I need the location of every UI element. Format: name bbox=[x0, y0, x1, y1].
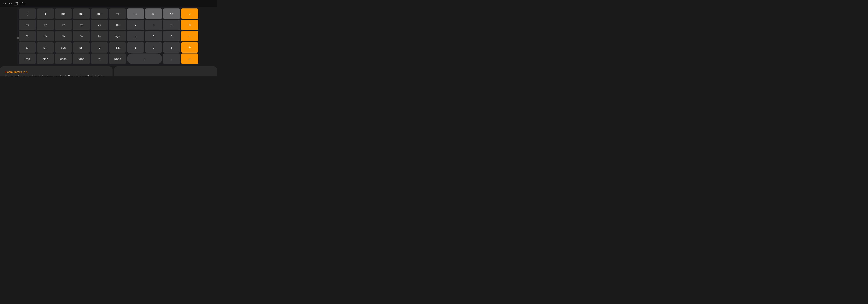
m-plus-button[interactable]: m+ bbox=[73, 8, 90, 19]
rand-button[interactable]: Rand bbox=[109, 54, 126, 64]
nine-button[interactable]: 9 bbox=[163, 20, 180, 30]
plus-button[interactable]: + bbox=[181, 42, 198, 53]
mr-button[interactable]: mr bbox=[109, 8, 126, 19]
app-container: ↩ ↪ ( ) mc m+ m− mr C +/− % bbox=[0, 0, 217, 76]
eight-button[interactable]: 8 bbox=[145, 20, 162, 30]
calc-grid: ( ) mc m+ m− mr C +/− % ÷ 2nd x² x³ xy e… bbox=[19, 8, 198, 64]
svg-rect-1 bbox=[15, 3, 17, 5]
card-title: 3 calculators in 1 bbox=[5, 70, 108, 73]
x-cubed-button[interactable]: x³ bbox=[55, 20, 72, 30]
sqrty-button[interactable]: ʸ√x bbox=[73, 31, 90, 41]
log10-button[interactable]: log₁₀ bbox=[109, 31, 126, 41]
one-button[interactable]: 1 bbox=[127, 42, 144, 53]
camera-button[interactable] bbox=[21, 2, 25, 6]
redo-button[interactable]: ↪ bbox=[8, 2, 12, 6]
info-card: 3 calculators in 1 No rocket science her… bbox=[0, 66, 113, 76]
pi-button[interactable]: π bbox=[91, 54, 108, 64]
plus-minus-button[interactable]: +/− bbox=[145, 8, 162, 19]
minus-button[interactable]: − bbox=[181, 31, 198, 41]
factorial-button[interactable]: x! bbox=[19, 42, 36, 53]
bottom-section: 3 calculators in 1 No rocket science her… bbox=[0, 66, 217, 76]
cos-button[interactable]: cos bbox=[55, 42, 72, 53]
card-text: No rocket science here. Unless that's wh… bbox=[5, 75, 108, 76]
open-paren-button[interactable]: ( bbox=[19, 8, 36, 19]
x-y-button[interactable]: xy bbox=[73, 20, 90, 30]
preview-card bbox=[114, 66, 217, 76]
rad-button[interactable]: Rad bbox=[19, 54, 36, 64]
ee-button[interactable]: EE bbox=[109, 42, 126, 53]
undo-button[interactable]: ↩ bbox=[2, 2, 6, 6]
clear-button[interactable]: C bbox=[127, 8, 144, 19]
close-paren-button[interactable]: ) bbox=[37, 8, 54, 19]
four-button[interactable]: 4 bbox=[127, 31, 144, 41]
x-squared-button[interactable]: x² bbox=[37, 20, 54, 30]
svg-point-2 bbox=[22, 3, 23, 4]
copy-button[interactable] bbox=[14, 2, 19, 6]
e-button[interactable]: e bbox=[91, 42, 108, 53]
m-minus-button[interactable]: m− bbox=[91, 8, 108, 19]
decimal-button[interactable]: . bbox=[163, 54, 180, 64]
six-button[interactable]: 6 bbox=[163, 31, 180, 41]
equals-button[interactable]: = bbox=[181, 54, 198, 64]
three-button[interactable]: 3 bbox=[163, 42, 180, 53]
second-button[interactable]: 2nd bbox=[19, 20, 36, 30]
reciprocal-button[interactable]: ¹⁄ₓ bbox=[19, 31, 36, 41]
tan-button[interactable]: tan bbox=[73, 42, 90, 53]
cosh-button[interactable]: cosh bbox=[55, 54, 72, 64]
toolbar: ↩ ↪ bbox=[0, 0, 217, 7]
sin-button[interactable]: sin bbox=[37, 42, 54, 53]
two-button[interactable]: 2 bbox=[145, 42, 162, 53]
ten-x-button[interactable]: 10x bbox=[109, 20, 126, 30]
calculator: ( ) mc m+ m− mr C +/− % ÷ 2nd x² x³ xy e… bbox=[17, 7, 200, 65]
mc-button[interactable]: mc bbox=[55, 8, 72, 19]
sqrt3-button[interactable]: ³√x bbox=[55, 31, 72, 41]
five-button[interactable]: 5 bbox=[145, 31, 162, 41]
sqrt2-button[interactable]: ²√x bbox=[37, 31, 54, 41]
percent-button[interactable]: % bbox=[163, 8, 180, 19]
divide-button[interactable]: ÷ bbox=[181, 8, 198, 19]
e-x-button[interactable]: ex bbox=[91, 20, 108, 30]
multiply-button[interactable]: × bbox=[181, 20, 198, 30]
seven-button[interactable]: 7 bbox=[127, 20, 144, 30]
sinh-button[interactable]: sinh bbox=[37, 54, 54, 64]
tanh-button[interactable]: tanh bbox=[73, 54, 90, 64]
zero-button[interactable]: 0 bbox=[127, 54, 162, 64]
ln-button[interactable]: ln bbox=[91, 31, 108, 41]
